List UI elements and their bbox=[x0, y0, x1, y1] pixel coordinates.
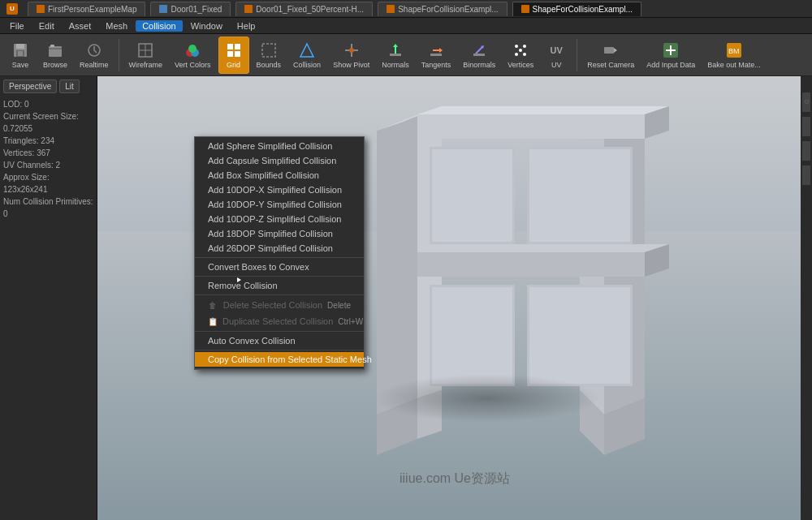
toolbar-separator-2 bbox=[577, 39, 577, 71]
svg-point-12 bbox=[188, 45, 197, 53]
delete-selected-collision[interactable]: 🗑 Delete Selected Collision Delete bbox=[195, 297, 364, 313]
svg-text:BM: BM bbox=[728, 47, 740, 55]
tab-door01-50[interactable]: Door01_Fixed_50Percent-H... bbox=[235, 2, 373, 16]
add-box-collision[interactable]: Add Box Simplified Collision bbox=[195, 168, 364, 183]
titlebar: U FirstPersonExampleMap Door01_Fixed Doo… bbox=[0, 0, 812, 18]
normals-button[interactable]: Normals bbox=[377, 37, 414, 74]
binormals-icon bbox=[470, 41, 488, 59]
collision-autoconvex-section: Auto Convex Collision bbox=[195, 332, 364, 350]
svg-point-34 bbox=[523, 53, 526, 56]
tangents-button[interactable]: Tangents bbox=[417, 37, 456, 74]
perspective-button[interactable]: Perspective bbox=[3, 80, 57, 93]
wireframe-button[interactable]: Wireframe bbox=[124, 37, 168, 74]
collision-remove-section: Remove Collision bbox=[195, 277, 364, 295]
resetcamera-icon bbox=[602, 41, 620, 59]
tab-door01[interactable]: Door01_Fixed bbox=[150, 2, 231, 16]
stat-screen-size: Current Screen Size: 0.72055 bbox=[3, 110, 93, 135]
svg-marker-18 bbox=[300, 44, 313, 57]
binormals-button[interactable]: Binormals bbox=[458, 37, 500, 74]
menu-window[interactable]: Window bbox=[184, 20, 229, 32]
vertices-button[interactable]: Vertices bbox=[503, 37, 538, 74]
add-18dop-collision[interactable]: Add 18DOP Simplified Collision bbox=[195, 226, 364, 241]
remove-collision[interactable]: Remove Collision bbox=[195, 278, 364, 293]
menu-collision[interactable]: Collision bbox=[136, 20, 183, 32]
stat-collision-primitives: Num Collision Primitives: 0 bbox=[3, 196, 93, 220]
collision-dropdown-menu: Add Sphere Simplified Collision Add Caps… bbox=[194, 136, 365, 370]
convert-boxes-convex[interactable]: Convert Boxes to Convex bbox=[195, 260, 364, 274]
add-sphere-collision[interactable]: Add Sphere Simplified Collision bbox=[195, 139, 364, 153]
add-10dop-z-collision[interactable]: Add 10DOP-Z Simplified Collision bbox=[195, 212, 364, 226]
tab-firstperson[interactable]: FirstPersonExampleMap bbox=[28, 2, 145, 16]
resetcamera-button[interactable]: Reset Camera bbox=[582, 37, 639, 74]
svg-rect-27 bbox=[430, 54, 442, 56]
showpivot-icon bbox=[343, 41, 361, 59]
menu-mesh[interactable]: Mesh bbox=[99, 20, 134, 32]
realtime-button[interactable]: Realtime bbox=[75, 37, 114, 74]
svg-rect-62 bbox=[529, 287, 630, 384]
showpivot-button[interactable]: Show Pivot bbox=[328, 37, 374, 74]
grid-icon bbox=[225, 41, 243, 59]
add-10dop-y-collision[interactable]: Add 10DOP-Y Simplified Collision bbox=[195, 197, 364, 212]
menu-asset[interactable]: Asset bbox=[63, 20, 98, 32]
addinputdata-icon bbox=[662, 41, 680, 59]
bounds-button[interactable]: Bounds bbox=[252, 37, 287, 74]
svg-rect-1 bbox=[16, 44, 24, 49]
svg-point-33 bbox=[515, 53, 518, 56]
bakeout-icon: BM bbox=[725, 41, 743, 59]
collision-button[interactable]: Collision bbox=[288, 37, 326, 74]
duplicate-selected-collision[interactable]: 📋 Duplicate Selected Collision Ctrl+W bbox=[195, 313, 364, 329]
grid-button[interactable]: Grid bbox=[218, 37, 249, 74]
right-panel-btn-3[interactable] bbox=[802, 141, 810, 161]
right-panel-btn-1[interactable]: D bbox=[802, 92, 810, 112]
svg-marker-53 bbox=[417, 244, 669, 252]
auto-convex-collision[interactable]: Auto Convex Collision bbox=[195, 333, 364, 348]
stat-triangles: Triangles: 234 bbox=[3, 135, 93, 147]
addinputdata-button[interactable]: Add Input Data bbox=[641, 37, 700, 74]
tab-shape1[interactable]: ShapeForCollisionExampl... bbox=[378, 2, 507, 16]
add-capsule-collision[interactable]: Add Capsule Simplified Collision bbox=[195, 153, 364, 168]
svg-point-31 bbox=[515, 45, 518, 48]
normals-icon bbox=[387, 41, 404, 59]
uv-icon: UV bbox=[547, 41, 565, 59]
menu-help[interactable]: Help bbox=[231, 20, 262, 32]
vertcolors-icon bbox=[184, 41, 201, 59]
svg-rect-16 bbox=[235, 51, 240, 57]
svg-rect-5 bbox=[50, 45, 54, 47]
add-26dop-collision[interactable]: Add 26DOP Simplified Collision bbox=[195, 241, 364, 256]
wireframe-icon bbox=[136, 41, 154, 59]
svg-rect-30 bbox=[473, 54, 485, 56]
right-panel-btn-4[interactable] bbox=[802, 165, 810, 185]
viewport[interactable]: iiiue.com Ue资源站 D Add Sphere Simplified … bbox=[97, 76, 812, 520]
collision-convert-section: Convert Boxes to Convex bbox=[195, 258, 364, 277]
svg-rect-3 bbox=[18, 51, 23, 56]
bounds-icon bbox=[260, 41, 278, 59]
browse-button[interactable]: Browse bbox=[38, 37, 72, 74]
tab-shape2[interactable]: ShapeForCollisionExampl... bbox=[512, 2, 641, 16]
svg-marker-50 bbox=[417, 106, 669, 114]
svg-point-32 bbox=[523, 45, 526, 48]
delete-icon: 🗑 bbox=[208, 299, 218, 311]
svg-marker-26 bbox=[439, 48, 443, 53]
svg-rect-56 bbox=[432, 149, 512, 242]
save-button[interactable]: Save bbox=[5, 37, 36, 74]
right-panel-btn-2[interactable] bbox=[802, 117, 810, 136]
uv-button[interactable]: UV UV bbox=[541, 37, 572, 74]
svg-rect-17 bbox=[262, 44, 275, 57]
svg-rect-13 bbox=[227, 44, 233, 49]
lit-button[interactable]: Lit bbox=[59, 80, 80, 93]
add-10dop-x-collision[interactable]: Add 10DOP-X Simplified Collision bbox=[195, 183, 364, 197]
copy-collision-static-mesh[interactable]: Copy Collision from Selected Static Mesh bbox=[195, 352, 364, 367]
menu-edit[interactable]: Edit bbox=[32, 20, 61, 32]
svg-rect-4 bbox=[49, 46, 62, 57]
collision-selected-section: 🗑 Delete Selected Collision Delete 📋 Dup… bbox=[195, 295, 364, 332]
mouse-cursor bbox=[237, 277, 244, 284]
stat-vertices: Vertices: 367 bbox=[3, 147, 93, 159]
right-panel: D bbox=[801, 76, 812, 520]
svg-rect-15 bbox=[227, 51, 233, 57]
bakeout-button[interactable]: BM Bake out Mate... bbox=[702, 37, 766, 74]
toolbar-separator-1 bbox=[119, 39, 119, 71]
svg-rect-14 bbox=[235, 44, 240, 49]
menu-file[interactable]: File bbox=[3, 20, 31, 32]
left-panel: Perspective Lit LOD: 0 Current Screen Si… bbox=[0, 76, 97, 520]
vertcolors-button[interactable]: Vert Colors bbox=[170, 37, 216, 74]
